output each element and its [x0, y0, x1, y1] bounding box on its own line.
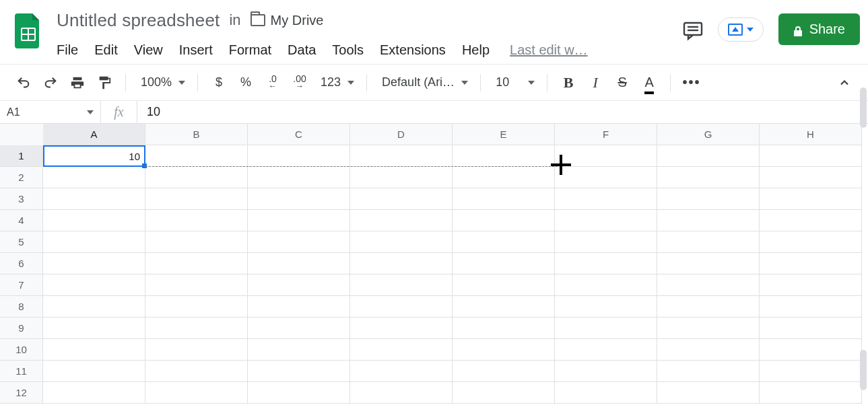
cell[interactable] [350, 274, 453, 296]
row-header-12[interactable]: 12 [0, 382, 43, 404]
cell-D1[interactable] [350, 145, 453, 167]
cell[interactable] [145, 167, 248, 188]
cell[interactable] [145, 274, 248, 296]
cell[interactable] [145, 296, 248, 318]
row-header-4[interactable]: 4 [0, 210, 43, 231]
cell[interactable] [760, 361, 862, 382]
cell[interactable] [145, 253, 248, 274]
cell[interactable] [350, 318, 453, 339]
cell[interactable] [145, 318, 248, 339]
cell[interactable] [350, 210, 453, 231]
cell[interactable] [350, 361, 453, 382]
row-header-1[interactable]: 1 [0, 145, 43, 167]
cell[interactable] [248, 274, 350, 296]
row-header-8[interactable]: 8 [0, 296, 43, 318]
cell[interactable] [43, 274, 145, 296]
cell[interactable] [248, 339, 350, 361]
cell[interactable] [453, 318, 555, 339]
cell[interactable] [555, 274, 657, 296]
cell[interactable] [453, 231, 555, 253]
more-formats-dropdown[interactable]: 123 [315, 75, 357, 89]
row-header-3[interactable]: 3 [0, 188, 43, 210]
present-button[interactable] [718, 17, 764, 42]
cell[interactable] [43, 210, 145, 231]
format-percent-button[interactable]: % [234, 71, 257, 94]
menu-tools[interactable]: Tools [332, 42, 364, 58]
cell[interactable] [760, 339, 862, 361]
cell[interactable] [145, 210, 248, 231]
format-currency-button[interactable]: $ [207, 71, 230, 94]
folder-location[interactable]: My Drive [251, 13, 324, 28]
cell[interactable] [453, 274, 555, 296]
menu-format[interactable]: Format [229, 42, 271, 58]
cell[interactable] [555, 361, 657, 382]
cell[interactable] [657, 318, 760, 339]
menu-view[interactable]: View [134, 42, 163, 58]
cell[interactable] [43, 167, 145, 188]
menu-extensions[interactable]: Extensions [380, 42, 446, 58]
doc-title[interactable]: Untitled spreadsheet [57, 10, 220, 31]
cell[interactable] [760, 188, 862, 210]
cell-C1[interactable] [248, 145, 350, 167]
cell[interactable] [145, 231, 248, 253]
toolbar-more-button[interactable]: ••• [680, 71, 703, 94]
cell-E1[interactable] [453, 145, 555, 167]
comments-icon[interactable] [683, 21, 703, 38]
row-header-11[interactable]: 11 [0, 361, 43, 382]
vertical-scrollbar[interactable] [860, 350, 867, 390]
cell[interactable] [760, 167, 862, 188]
menu-file[interactable]: File [57, 42, 78, 58]
cell[interactable] [657, 167, 760, 188]
cell[interactable] [657, 339, 760, 361]
decrease-decimal-button[interactable]: .0← [261, 71, 284, 94]
col-header-B[interactable]: B [145, 124, 248, 145]
cell[interactable] [657, 188, 760, 210]
font-size-dropdown[interactable]: 10 [490, 75, 537, 89]
cell[interactable] [657, 274, 760, 296]
col-header-E[interactable]: E [453, 124, 555, 145]
cell[interactable] [43, 339, 145, 361]
bold-button[interactable]: B [557, 71, 580, 94]
menu-edit[interactable]: Edit [94, 42, 117, 58]
col-header-H[interactable]: H [760, 124, 862, 145]
row-header-5[interactable]: 5 [0, 231, 43, 253]
row-header-2[interactable]: 2 [0, 167, 43, 188]
col-header-F[interactable]: F [555, 124, 657, 145]
menu-data[interactable]: Data [288, 42, 316, 58]
cell[interactable] [453, 253, 555, 274]
sheets-logo[interactable] [12, 9, 44, 52]
menu-help[interactable]: Help [462, 42, 490, 58]
print-button[interactable] [66, 71, 89, 94]
cell[interactable] [555, 318, 657, 339]
last-edit-link[interactable]: Last edit w… [510, 42, 588, 58]
cell[interactable] [248, 296, 350, 318]
share-button[interactable]: Share [778, 13, 860, 45]
cell[interactable] [248, 382, 350, 404]
cell[interactable] [248, 253, 350, 274]
cell[interactable] [43, 382, 145, 404]
cell[interactable] [453, 339, 555, 361]
cell[interactable] [350, 167, 453, 188]
cell[interactable] [248, 188, 350, 210]
select-all-corner[interactable] [0, 124, 43, 145]
cell[interactable] [657, 253, 760, 274]
cell[interactable] [760, 318, 862, 339]
cell[interactable] [350, 188, 453, 210]
collapse-toolbar-button[interactable] [833, 71, 856, 94]
cell[interactable] [555, 188, 657, 210]
col-header-D[interactable]: D [350, 124, 453, 145]
cell[interactable] [350, 296, 453, 318]
cell[interactable] [760, 382, 862, 404]
row-header-9[interactable]: 9 [0, 318, 43, 339]
cell[interactable] [453, 167, 555, 188]
cell[interactable] [248, 167, 350, 188]
text-color-button[interactable]: A [638, 71, 661, 94]
cell[interactable] [657, 210, 760, 231]
cell[interactable] [760, 231, 862, 253]
cell-G1[interactable] [657, 145, 760, 167]
cell[interactable] [248, 210, 350, 231]
cell[interactable] [145, 361, 248, 382]
paint-format-button[interactable] [93, 71, 116, 94]
cell[interactable] [555, 167, 657, 188]
cell[interactable] [555, 231, 657, 253]
